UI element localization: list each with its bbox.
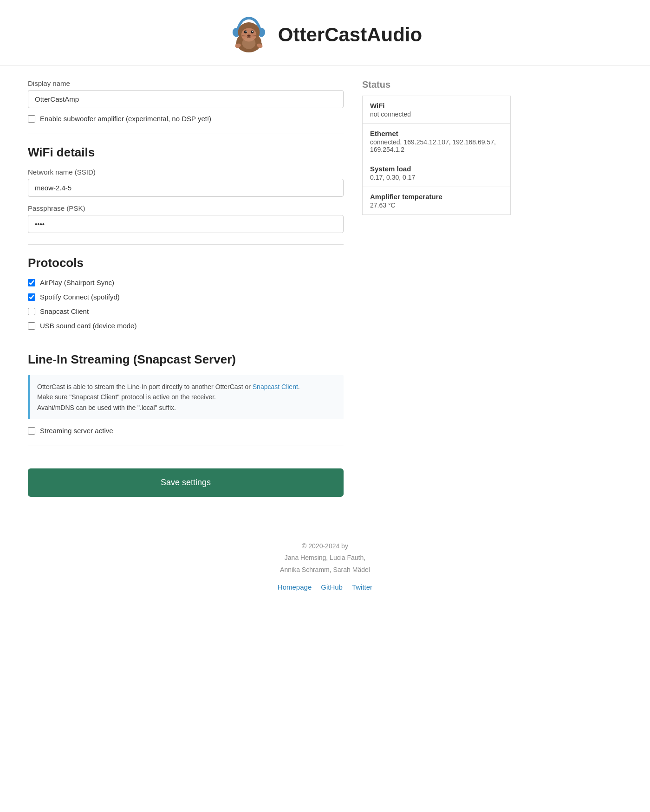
status-amptemp: Amplifier temperature 27.63 °C	[362, 187, 511, 215]
svg-point-9	[247, 35, 250, 37]
status-ethernet: Ethernet connected, 169.254.12.107, 192.…	[362, 124, 511, 159]
ssid-label: Network name (SSID)	[28, 168, 344, 176]
protocol-usb-row: USB sound card (device mode)	[28, 322, 344, 330]
homepage-link[interactable]: Homepage	[278, 583, 312, 591]
streaming-server-row: Streaming server active	[28, 427, 344, 435]
psk-label: Passphrase (PSK)	[28, 204, 344, 212]
status-wifi-value: not connected	[370, 110, 503, 118]
svg-point-8	[252, 31, 253, 32]
github-link[interactable]: GitHub	[321, 583, 343, 591]
divider-4	[28, 446, 344, 446]
usb-checkbox[interactable]	[28, 322, 35, 330]
subwoofer-row: Enable subwoofer amplifier (experimental…	[28, 115, 344, 123]
app-title: OtterCastAudio	[278, 24, 422, 46]
snapcast-client-link[interactable]: Snapcast Client	[253, 383, 298, 390]
status-sysload: System load 0.17, 0.30, 0.17	[362, 159, 511, 187]
save-button[interactable]: Save settings	[28, 468, 344, 497]
svg-point-7	[246, 31, 247, 32]
status-sysload-value: 0.17, 0.30, 0.17	[370, 174, 503, 181]
logo-container: OtterCastAudio	[228, 14, 422, 56]
protocol-spotify-row: Spotify Connect (spotifyd)	[28, 293, 344, 301]
twitter-link[interactable]: Twitter	[352, 583, 372, 591]
status-ethernet-label: Ethernet	[370, 130, 503, 137]
svg-point-18	[242, 37, 255, 49]
ssid-group: Network name (SSID)	[28, 168, 344, 197]
subwoofer-checkbox[interactable]	[28, 115, 35, 123]
status-ethernet-value: connected, 169.254.12.107, 192.168.69.57…	[370, 138, 503, 153]
protocol-airplay-row: AirPlay (Shairport Sync)	[28, 279, 344, 286]
footer-authors: Jana Hemsing, Lucia Fauth,Annika Schramm…	[280, 554, 370, 573]
streaming-server-label: Streaming server active	[40, 427, 113, 435]
linein-info-text: OtterCast is able to stream the Line-In …	[37, 382, 336, 413]
display-name-label: Display name	[28, 79, 344, 87]
usb-label: USB sound card (device mode)	[40, 322, 136, 330]
wifi-section-title: WiFi details	[28, 145, 344, 160]
main-content: Display name Enable subwoofer amplifier …	[0, 65, 650, 522]
divider-2	[28, 244, 344, 245]
footer-links: Homepage GitHub Twitter	[0, 583, 650, 591]
footer-credits: © 2020-2024 by Jana Hemsing, Lucia Fauth…	[0, 540, 650, 576]
divider-1	[28, 134, 344, 134]
otter-logo	[228, 14, 270, 56]
app-header: OtterCastAudio	[0, 0, 650, 65]
airplay-checkbox[interactable]	[28, 279, 35, 286]
spotify-label: Spotify Connect (spotifyd)	[40, 293, 120, 301]
psk-group: Passphrase (PSK)	[28, 204, 344, 233]
snapcast-label: Snapcast Client	[40, 307, 89, 315]
spotify-checkbox[interactable]	[28, 293, 35, 301]
protocol-snapcast-row: Snapcast Client	[28, 307, 344, 315]
linein-info-box: OtterCast is able to stream the Line-In …	[28, 375, 344, 419]
divider-3	[28, 341, 344, 341]
status-amptemp-label: Amplifier temperature	[370, 193, 503, 201]
status-wifi-label: WiFi	[370, 102, 503, 110]
subwoofer-label: Enable subwoofer amplifier (experimental…	[40, 115, 211, 123]
status-title: Status	[362, 79, 511, 90]
footer: © 2020-2024 by Jana Hemsing, Lucia Fauth…	[0, 522, 650, 619]
right-panel: Status WiFi not connected Ethernet conne…	[362, 79, 511, 508]
left-panel: Display name Enable subwoofer amplifier …	[28, 79, 344, 508]
protocols-section-title: Protocols	[28, 256, 344, 270]
svg-point-6	[251, 31, 254, 33]
svg-point-5	[244, 31, 247, 33]
snapcast-checkbox[interactable]	[28, 308, 35, 315]
linein-section-title: Line-In Streaming (Snapcast Server)	[28, 352, 344, 367]
airplay-label: AirPlay (Shairport Sync)	[40, 279, 114, 286]
status-sysload-label: System load	[370, 165, 503, 173]
footer-copyright: © 2020-2024 by	[302, 542, 348, 550]
display-name-group: Display name	[28, 79, 344, 108]
ssid-input[interactable]	[28, 179, 344, 197]
display-name-input[interactable]	[28, 90, 344, 108]
psk-input[interactable]	[28, 215, 344, 233]
status-amptemp-value: 27.63 °C	[370, 201, 503, 209]
streaming-server-checkbox[interactable]	[28, 427, 35, 435]
status-wifi: WiFi not connected	[362, 96, 511, 124]
